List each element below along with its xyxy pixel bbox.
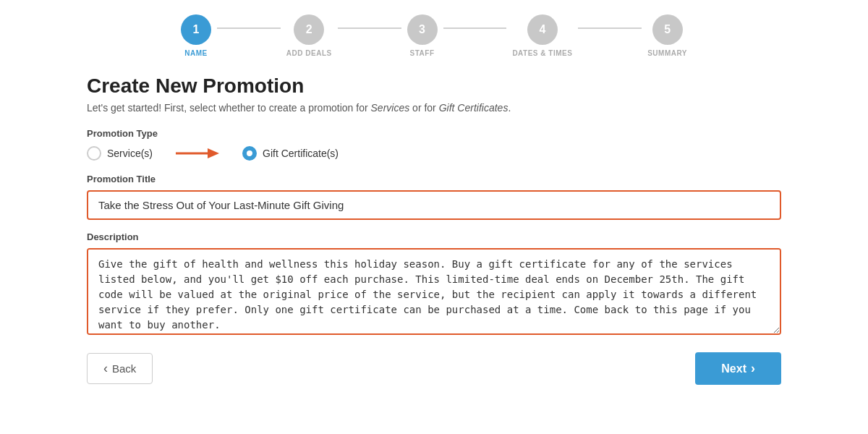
step-label-2: ADD DEALS [286,49,332,57]
radio-circle-services [87,146,101,161]
promotion-type-row: Service(s) Gift Certificate(s) [87,145,781,162]
step-connector-1-2 [217,27,281,29]
subtitle-gift: Gift Certificates [439,102,509,114]
step-label-3: STAFF [410,49,435,57]
radio-label-services: Service(s) [107,148,153,159]
next-button[interactable]: Next [695,352,781,385]
page-title: Create New Promotion [87,75,781,98]
back-button[interactable]: Back [87,353,153,384]
chevron-right-icon [751,361,755,376]
page-subtitle: Let's get started! First, select whether… [87,102,781,114]
step-connector-4-5 [578,27,642,29]
step-circle-5: 5 [652,14,683,45]
step-5: 5 SUMMARY [647,14,687,57]
arrow-indicator [176,145,219,162]
description-textarea[interactable] [87,248,781,335]
step-circle-2: 2 [294,14,324,45]
promotion-title-input[interactable] [87,190,781,220]
description-label: Description [87,231,781,242]
main-content: Create New Promotion Let's get started! … [87,75,781,338]
step-circle-3: 3 [407,14,438,45]
step-circle-4: 4 [527,14,558,45]
radio-circle-gift [242,146,257,161]
next-label: Next [721,362,746,375]
back-label: Back [112,362,136,375]
chevron-left-icon [103,361,108,376]
step-connector-3-4 [443,27,507,29]
subtitle-middle: or for [409,102,438,114]
subtitle-suffix: . [508,102,511,114]
step-connector-2-3 [338,27,401,29]
radio-gift[interactable]: Gift Certificate(s) [242,146,339,161]
step-label-1: NAME [184,49,207,57]
step-3: 3 STAFF [407,14,438,57]
step-1: 1 NAME [181,14,211,57]
subtitle-prefix: Let's get started! First, select whether… [87,102,371,114]
radio-label-gift: Gift Certificate(s) [263,148,339,159]
footer-buttons: Back Next [87,352,781,385]
step-label-5: SUMMARY [647,49,687,57]
stepper: 1 NAME 2 ADD DEALS 3 STAFF 4 DATES & TIM… [181,14,687,57]
step-label-4: DATES & TIMES [512,49,572,57]
subtitle-services: Services [371,102,410,114]
svg-marker-1 [208,148,219,158]
step-4: 4 DATES & TIMES [512,14,572,57]
promotion-type-label: Promotion Type [87,128,781,139]
step-circle-1: 1 [181,14,211,45]
promotion-title-label: Promotion Title [87,174,781,184]
step-2: 2 ADD DEALS [286,14,332,57]
radio-services[interactable]: Service(s) [87,146,153,161]
